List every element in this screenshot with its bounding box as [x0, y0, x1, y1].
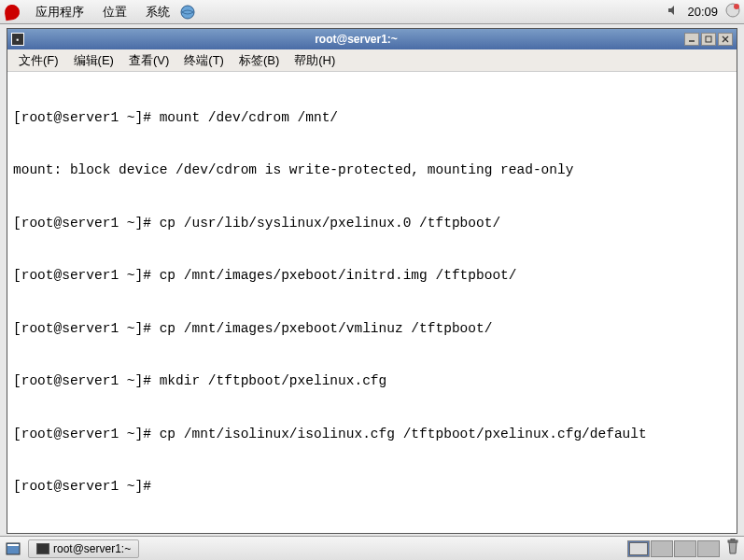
workspace-4[interactable] [697, 540, 720, 557]
terminal-menubar: 文件(F) 编辑(E) 查看(V) 终端(T) 标签(B) 帮助(H) [7, 49, 737, 72]
workspace-3[interactable] [674, 540, 696, 557]
taskbar-item-terminal[interactable]: root@server1:~ [28, 539, 139, 558]
window-controls [684, 33, 733, 46]
workspace-1[interactable] [627, 540, 650, 557]
menu-tabs[interactable]: 标签(B) [232, 52, 287, 69]
menu-system[interactable]: 系统 [136, 4, 179, 21]
menu-help[interactable]: 帮助(H) [287, 52, 343, 69]
svg-point-2 [734, 4, 739, 9]
minimize-button[interactable] [684, 33, 699, 46]
menu-edit[interactable]: 编辑(E) [66, 52, 121, 69]
volume-icon[interactable] [667, 4, 680, 20]
menu-applications[interactable]: 应用程序 [26, 4, 93, 21]
window-titlebar[interactable]: ▪ root@server1:~ [7, 29, 737, 49]
menu-view[interactable]: 查看(V) [121, 52, 176, 69]
taskbar-item-label: root@server1:~ [53, 542, 131, 555]
top-panel: 应用程序 位置 系统 20:09 [0, 0, 744, 24]
terminal-line: [root@server1 ~]# mount /dev/cdrom /mnt/ [13, 109, 731, 127]
maximize-button[interactable] [701, 33, 716, 46]
menu-file[interactable]: 文件(F) [11, 52, 66, 69]
terminal-window: ▪ root@server1:~ 文件(F) 编辑(E) 查看(V) 终端(T)… [7, 28, 737, 534]
svg-rect-10 [731, 539, 735, 540]
update-notifier-icon[interactable] [725, 3, 740, 21]
svg-rect-8 [7, 544, 19, 546]
close-button[interactable] [718, 33, 733, 46]
workspace-switcher [627, 540, 720, 557]
window-title: root@server1:~ [28, 33, 684, 46]
terminal-line: [root@server1 ~]# cp /mnt/isolinux/isoli… [13, 426, 731, 443]
terminal-icon: ▪ [11, 33, 24, 46]
show-desktop-button[interactable] [4, 539, 22, 558]
terminal-line: [root@server1 ~]# cp /usr/lib/syslinux/p… [13, 215, 731, 232]
browser-launcher-icon[interactable] [179, 4, 196, 21]
terminal-line: [root@server1 ~]# [13, 478, 731, 496]
terminal-line: [root@server1 ~]# cp /mnt/images/pxeboot… [13, 320, 731, 338]
bottom-panel: root@server1:~ [0, 536, 744, 560]
trash-icon[interactable] [725, 539, 740, 559]
menu-terminal[interactable]: 终端(T) [176, 52, 232, 69]
terminal-line: [root@server1 ~]# cp /mnt/images/pxeboot… [13, 267, 731, 285]
clock[interactable]: 20:09 [680, 5, 725, 19]
svg-rect-4 [706, 36, 711, 42]
distro-logo-icon [4, 4, 21, 21]
menu-places[interactable]: 位置 [93, 4, 136, 21]
terminal-line: [root@server1 ~]# mkdir /tftpboot/pxelin… [13, 372, 731, 390]
svg-point-0 [181, 6, 194, 19]
workspace-2[interactable] [651, 540, 673, 557]
terminal-content[interactable]: [root@server1 ~]# mount /dev/cdrom /mnt/… [7, 72, 737, 533]
terminal-icon [36, 543, 49, 554]
terminal-line: mount: block device /dev/cdrom is write-… [13, 161, 731, 179]
